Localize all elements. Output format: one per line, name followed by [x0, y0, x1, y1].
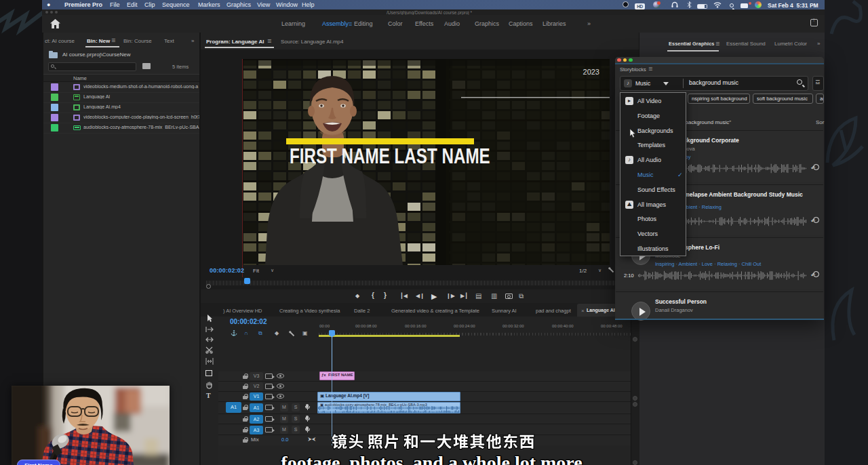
svg-text:2023: 2023 [583, 68, 599, 76]
svg-text:FIRST NAME LAST NAME: FIRST NAME LAST NAME [290, 144, 490, 167]
